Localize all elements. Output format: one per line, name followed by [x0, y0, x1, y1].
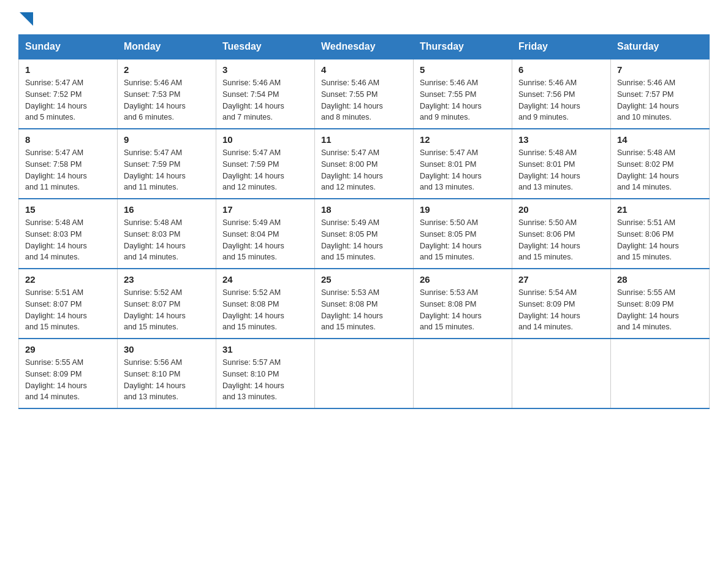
day-info: Sunrise: 5:50 AM Sunset: 8:05 PM Dayligh…: [420, 217, 506, 263]
day-number: 17: [222, 204, 308, 215]
day-number: 21: [617, 204, 703, 215]
calendar-day-cell: 7 Sunrise: 5:46 AM Sunset: 7:57 PM Dayli…: [611, 59, 710, 129]
calendar-day-cell: 26 Sunrise: 5:53 AM Sunset: 8:08 PM Dayl…: [414, 269, 512, 339]
day-number: 3: [222, 64, 308, 75]
calendar-day-cell: 23 Sunrise: 5:52 AM Sunset: 8:07 PM Dayl…: [118, 269, 216, 339]
day-info: Sunrise: 5:57 AM Sunset: 8:10 PM Dayligh…: [222, 357, 308, 403]
weekday-header-saturday: Saturday: [611, 35, 710, 59]
day-number: 12: [420, 134, 506, 145]
calendar-day-cell: 17 Sunrise: 5:49 AM Sunset: 8:04 PM Dayl…: [216, 199, 315, 269]
day-info: Sunrise: 5:47 AM Sunset: 7:59 PM Dayligh…: [124, 147, 210, 193]
calendar-day-cell: 22 Sunrise: 5:51 AM Sunset: 8:07 PM Dayl…: [19, 269, 118, 339]
calendar-week-row: 22 Sunrise: 5:51 AM Sunset: 8:07 PM Dayl…: [19, 269, 710, 339]
day-number: 5: [420, 64, 506, 75]
calendar-day-cell: 29 Sunrise: 5:55 AM Sunset: 8:09 PM Dayl…: [19, 339, 118, 408]
day-info: Sunrise: 5:46 AM Sunset: 7:56 PM Dayligh…: [518, 77, 604, 123]
day-info: Sunrise: 5:46 AM Sunset: 7:57 PM Dayligh…: [617, 77, 703, 123]
day-number: 6: [518, 64, 604, 75]
day-info: Sunrise: 5:46 AM Sunset: 7:55 PM Dayligh…: [321, 77, 407, 123]
calendar-day-cell: 27 Sunrise: 5:54 AM Sunset: 8:09 PM Dayl…: [512, 269, 611, 339]
day-info: Sunrise: 5:53 AM Sunset: 8:08 PM Dayligh…: [321, 287, 407, 333]
calendar-day-cell: 21 Sunrise: 5:51 AM Sunset: 8:06 PM Dayl…: [611, 199, 710, 269]
day-number: 24: [222, 274, 308, 285]
calendar-day-cell: 10 Sunrise: 5:47 AM Sunset: 7:59 PM Dayl…: [216, 129, 315, 199]
day-number: 4: [321, 64, 407, 75]
day-number: 20: [518, 204, 604, 215]
day-number: 7: [617, 64, 703, 75]
calendar-day-cell: 31 Sunrise: 5:57 AM Sunset: 8:10 PM Dayl…: [216, 339, 315, 408]
day-number: 1: [25, 64, 111, 75]
day-info: Sunrise: 5:47 AM Sunset: 7:52 PM Dayligh…: [25, 77, 111, 123]
calendar-day-cell: 1 Sunrise: 5:47 AM Sunset: 7:52 PM Dayli…: [19, 59, 118, 129]
calendar-day-cell: 12 Sunrise: 5:47 AM Sunset: 8:01 PM Dayl…: [414, 129, 512, 199]
day-number: 14: [617, 134, 703, 145]
day-number: 2: [124, 64, 210, 75]
logo-triangle-icon: [20, 12, 33, 26]
day-info: Sunrise: 5:48 AM Sunset: 8:02 PM Dayligh…: [617, 147, 703, 193]
calendar-day-cell: 20 Sunrise: 5:50 AM Sunset: 8:06 PM Dayl…: [512, 199, 611, 269]
weekday-header-friday: Friday: [512, 35, 611, 59]
calendar-day-cell: 30 Sunrise: 5:56 AM Sunset: 8:10 PM Dayl…: [118, 339, 216, 408]
weekday-header-monday: Monday: [118, 35, 216, 59]
day-info: Sunrise: 5:51 AM Sunset: 8:06 PM Dayligh…: [617, 217, 703, 263]
day-info: Sunrise: 5:46 AM Sunset: 7:55 PM Dayligh…: [420, 77, 506, 123]
day-number: 31: [222, 344, 308, 354]
weekday-header-tuesday: Tuesday: [216, 35, 315, 59]
day-info: Sunrise: 5:55 AM Sunset: 8:09 PM Dayligh…: [617, 287, 703, 333]
day-info: Sunrise: 5:47 AM Sunset: 7:58 PM Dayligh…: [25, 147, 111, 193]
calendar-day-cell: 6 Sunrise: 5:46 AM Sunset: 7:56 PM Dayli…: [512, 59, 611, 129]
calendar-day-cell: 14 Sunrise: 5:48 AM Sunset: 8:02 PM Dayl…: [611, 129, 710, 199]
day-number: 15: [25, 204, 111, 215]
day-number: 13: [518, 134, 604, 145]
weekday-header-thursday: Thursday: [414, 35, 512, 59]
calendar-week-row: 8 Sunrise: 5:47 AM Sunset: 7:58 PM Dayli…: [19, 129, 710, 199]
calendar-day-cell: 11 Sunrise: 5:47 AM Sunset: 8:00 PM Dayl…: [315, 129, 414, 199]
weekday-header-row: SundayMondayTuesdayWednesdayThursdayFrid…: [19, 35, 710, 59]
calendar-day-cell: [414, 339, 512, 408]
calendar-day-cell: 5 Sunrise: 5:46 AM Sunset: 7:55 PM Dayli…: [414, 59, 512, 129]
day-info: Sunrise: 5:47 AM Sunset: 8:00 PM Dayligh…: [321, 147, 407, 193]
calendar-day-cell: [512, 339, 611, 408]
page-header: [18, 12, 710, 28]
day-info: Sunrise: 5:46 AM Sunset: 7:53 PM Dayligh…: [124, 77, 210, 123]
day-info: Sunrise: 5:48 AM Sunset: 8:01 PM Dayligh…: [518, 147, 604, 193]
day-number: 18: [321, 204, 407, 215]
day-number: 29: [25, 344, 111, 354]
calendar-day-cell: 13 Sunrise: 5:48 AM Sunset: 8:01 PM Dayl…: [512, 129, 611, 199]
calendar-day-cell: 8 Sunrise: 5:47 AM Sunset: 7:58 PM Dayli…: [19, 129, 118, 199]
day-number: 8: [25, 134, 111, 145]
calendar-day-cell: 2 Sunrise: 5:46 AM Sunset: 7:53 PM Dayli…: [118, 59, 216, 129]
day-number: 9: [124, 134, 210, 145]
day-info: Sunrise: 5:53 AM Sunset: 8:08 PM Dayligh…: [420, 287, 506, 333]
calendar-day-cell: [611, 339, 710, 408]
calendar-day-cell: 15 Sunrise: 5:48 AM Sunset: 8:03 PM Dayl…: [19, 199, 118, 269]
day-info: Sunrise: 5:51 AM Sunset: 8:07 PM Dayligh…: [25, 287, 111, 333]
day-info: Sunrise: 5:48 AM Sunset: 8:03 PM Dayligh…: [124, 217, 210, 263]
calendar-day-cell: 18 Sunrise: 5:49 AM Sunset: 8:05 PM Dayl…: [315, 199, 414, 269]
calendar-week-row: 29 Sunrise: 5:55 AM Sunset: 8:09 PM Dayl…: [19, 339, 710, 408]
day-info: Sunrise: 5:52 AM Sunset: 8:08 PM Dayligh…: [222, 287, 308, 333]
calendar-day-cell: 16 Sunrise: 5:48 AM Sunset: 8:03 PM Dayl…: [118, 199, 216, 269]
calendar-day-cell: 3 Sunrise: 5:46 AM Sunset: 7:54 PM Dayli…: [216, 59, 315, 129]
day-info: Sunrise: 5:49 AM Sunset: 8:05 PM Dayligh…: [321, 217, 407, 263]
calendar-day-cell: 25 Sunrise: 5:53 AM Sunset: 8:08 PM Dayl…: [315, 269, 414, 339]
calendar-week-row: 1 Sunrise: 5:47 AM Sunset: 7:52 PM Dayli…: [19, 59, 710, 129]
day-info: Sunrise: 5:54 AM Sunset: 8:09 PM Dayligh…: [518, 287, 604, 333]
day-number: 16: [124, 204, 210, 215]
day-info: Sunrise: 5:56 AM Sunset: 8:10 PM Dayligh…: [124, 357, 210, 403]
day-number: 23: [124, 274, 210, 285]
day-number: 22: [25, 274, 111, 285]
day-number: 26: [420, 274, 506, 285]
calendar-day-cell: 4 Sunrise: 5:46 AM Sunset: 7:55 PM Dayli…: [315, 59, 414, 129]
day-number: 28: [617, 274, 703, 285]
day-number: 19: [420, 204, 506, 215]
day-info: Sunrise: 5:50 AM Sunset: 8:06 PM Dayligh…: [518, 217, 604, 263]
day-info: Sunrise: 5:52 AM Sunset: 8:07 PM Dayligh…: [124, 287, 210, 333]
day-number: 11: [321, 134, 407, 145]
svg-marker-0: [20, 12, 33, 26]
calendar-table: SundayMondayTuesdayWednesdayThursdayFrid…: [18, 34, 710, 409]
calendar-day-cell: 28 Sunrise: 5:55 AM Sunset: 8:09 PM Dayl…: [611, 269, 710, 339]
calendar-week-row: 15 Sunrise: 5:48 AM Sunset: 8:03 PM Dayl…: [19, 199, 710, 269]
day-info: Sunrise: 5:48 AM Sunset: 8:03 PM Dayligh…: [25, 217, 111, 263]
day-info: Sunrise: 5:55 AM Sunset: 8:09 PM Dayligh…: [25, 357, 111, 403]
